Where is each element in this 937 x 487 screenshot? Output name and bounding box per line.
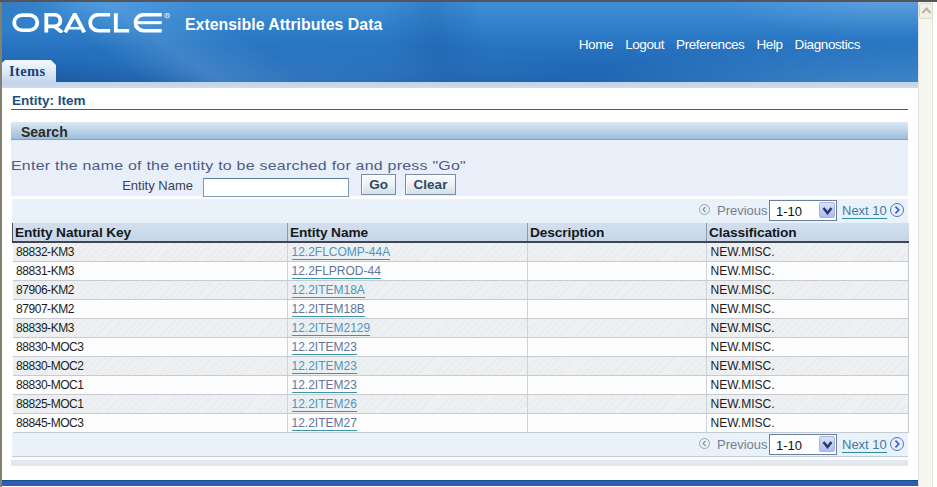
svg-text:R: R [166,13,169,18]
